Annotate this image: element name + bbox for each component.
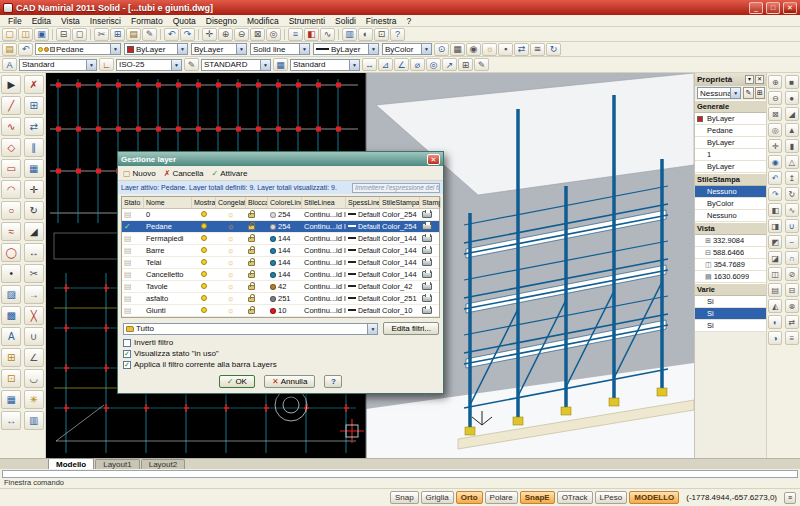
- printer-icon[interactable]: [422, 211, 432, 218]
- status-toggle[interactable]: Polare: [485, 491, 518, 504]
- property-row[interactable]: 1: [695, 149, 766, 161]
- menu-item[interactable]: Vista: [56, 16, 85, 26]
- zoom-window-icon[interactable]: ⊠: [250, 28, 265, 41]
- ok-button[interactable]: OK: [219, 375, 255, 388]
- layer-row[interactable]: 0 254 Continu...id line Default Color_25…: [122, 209, 439, 221]
- view-left-icon[interactable]: ◩: [768, 235, 782, 249]
- column-header[interactable]: ColoreLinea: [268, 197, 302, 208]
- view-iso-icon[interactable]: ◭: [768, 299, 782, 313]
- text-style-combo[interactable]: STANDARD: [201, 59, 271, 71]
- property-row[interactable]: ByLayer: [695, 161, 766, 173]
- layer-linestyle[interactable]: Continu...id line: [302, 222, 346, 231]
- view-redo-icon[interactable]: ↷: [768, 187, 782, 201]
- solid-cone-icon[interactable]: ▲: [785, 123, 799, 137]
- section-header-plotstyle[interactable]: StileStampa: [695, 173, 766, 186]
- line-icon[interactable]: ╱: [1, 96, 21, 115]
- align-3d-icon[interactable]: ≡: [785, 331, 799, 345]
- status-toggle[interactable]: OTrack: [557, 491, 593, 504]
- dim-style-combo[interactable]: ISO-25: [116, 59, 182, 71]
- layer-row[interactable]: Telai 144 Continu...id line Default Colo…: [122, 257, 439, 269]
- layer-color[interactable]: 144: [268, 246, 302, 255]
- dim-style-icon[interactable]: ∟: [99, 58, 114, 71]
- select-objects-icon[interactable]: [755, 87, 765, 99]
- leader-icon[interactable]: ↗: [442, 58, 457, 71]
- layer-lineweight[interactable]: Default: [346, 295, 380, 302]
- layer-restore-icon[interactable]: ↻: [546, 43, 561, 56]
- show-icon[interactable]: [201, 307, 207, 313]
- layer-name[interactable]: 0: [144, 210, 192, 219]
- show-icon[interactable]: [201, 271, 207, 277]
- filter-combo[interactable]: Tutto: [123, 323, 378, 335]
- array-icon[interactable]: ▦: [24, 159, 44, 178]
- delete-layer-button[interactable]: ✗Cancella: [164, 169, 204, 178]
- printer-icon[interactable]: [422, 259, 432, 266]
- chamfer-icon[interactable]: ∠: [24, 348, 44, 367]
- pan-icon[interactable]: ✛: [768, 139, 782, 153]
- text-icon[interactable]: A: [1, 327, 21, 346]
- table-style-icon[interactable]: ▦: [273, 58, 288, 71]
- property-row[interactable]: ⊟588.6466: [695, 247, 766, 259]
- freeze-icon[interactable]: [227, 258, 234, 267]
- filter-expression-input[interactable]: Immettere l'espressione del filtro.: [352, 183, 440, 193]
- layer-name[interactable]: Barre: [144, 246, 192, 255]
- layer-name[interactable]: asfalto: [144, 294, 192, 303]
- section-header-misc[interactable]: Varie: [695, 283, 766, 296]
- table-style-combo[interactable]: Standard: [290, 59, 360, 71]
- freeze-icon[interactable]: [227, 306, 234, 315]
- layer-plotstyle[interactable]: Color_10: [380, 306, 420, 315]
- panel-pin-icon[interactable]: [745, 75, 754, 84]
- layer-color[interactable]: 42: [268, 282, 302, 291]
- chevron-down-icon[interactable]: [421, 44, 431, 54]
- text-edit-icon[interactable]: ✎: [184, 58, 199, 71]
- status-toggle[interactable]: Orto: [456, 491, 483, 504]
- polygon-icon[interactable]: ◇: [1, 138, 21, 157]
- show-icon[interactable]: [201, 247, 207, 253]
- solid-box-icon[interactable]: ■: [785, 75, 799, 89]
- column-header[interactable]: StileLinea: [302, 197, 346, 208]
- linestyle-combo[interactable]: Solid line: [250, 43, 310, 55]
- color-combo[interactable]: ByLayer: [124, 43, 188, 55]
- zoom-window-icon[interactable]: ⊠: [768, 107, 782, 121]
- layer-color[interactable]: 251: [268, 294, 302, 303]
- column-header[interactable]: Congelato: [216, 197, 246, 208]
- copy-icon[interactable]: ⊞: [110, 28, 125, 41]
- layer-color[interactable]: 144: [268, 270, 302, 279]
- layer-plotstyle[interactable]: Color_42: [380, 282, 420, 291]
- printer-icon[interactable]: [422, 247, 432, 254]
- printer-icon[interactable]: [422, 295, 432, 302]
- property-row[interactable]: ◫354.7689: [695, 259, 766, 271]
- dim-radius-icon[interactable]: ⌀: [410, 58, 425, 71]
- layer-isolate-icon[interactable]: ◉: [466, 43, 481, 56]
- layer-linestyle[interactable]: Continu...id line: [302, 246, 346, 255]
- ellipse-icon[interactable]: ◯: [1, 243, 21, 262]
- rotate-icon[interactable]: ↻: [24, 201, 44, 220]
- explode-icon[interactable]: ✳: [24, 390, 44, 409]
- printer-icon[interactable]: [422, 223, 432, 230]
- menu-item[interactable]: Disegno: [201, 16, 242, 26]
- layer-name[interactable]: Giunti: [144, 306, 192, 315]
- layer-plotstyle[interactable]: Color_254: [380, 222, 420, 231]
- layer-row[interactable]: Cancelletto 144 Continu...id line Defaul…: [122, 269, 439, 281]
- status-toggle[interactable]: Snap: [390, 491, 419, 504]
- menu-item[interactable]: Finestra: [361, 16, 402, 26]
- layer-name[interactable]: Telai: [144, 258, 192, 267]
- zoom-out-icon[interactable]: ⊖: [234, 28, 249, 41]
- mirror-icon[interactable]: ⇄: [24, 117, 44, 136]
- checkbox[interactable]: [123, 339, 131, 347]
- block-icon[interactable]: ⊞: [1, 348, 21, 367]
- chevron-down-icon[interactable]: [110, 44, 120, 54]
- layer-linestyle[interactable]: Continu...id line: [302, 282, 346, 291]
- layer-row[interactable]: Barre 144 Continu...id line Default Colo…: [122, 245, 439, 257]
- new-icon[interactable]: ▢: [2, 28, 17, 41]
- chevron-down-icon[interactable]: [349, 60, 359, 70]
- layers-icon[interactable]: ≡: [288, 28, 303, 41]
- freeze-icon[interactable]: [227, 246, 234, 255]
- redo-icon[interactable]: ↷: [180, 28, 195, 41]
- layer-lock-icon[interactable]: ▪: [498, 43, 513, 56]
- maximize-button[interactable]: □: [766, 2, 780, 14]
- offset-icon[interactable]: ∥: [24, 138, 44, 157]
- menu-item[interactable]: Quota: [168, 16, 201, 26]
- status-toggle[interactable]: MODELLO: [629, 491, 679, 504]
- column-header[interactable]: StileStampa: [380, 197, 420, 208]
- lock-icon[interactable]: [248, 261, 255, 266]
